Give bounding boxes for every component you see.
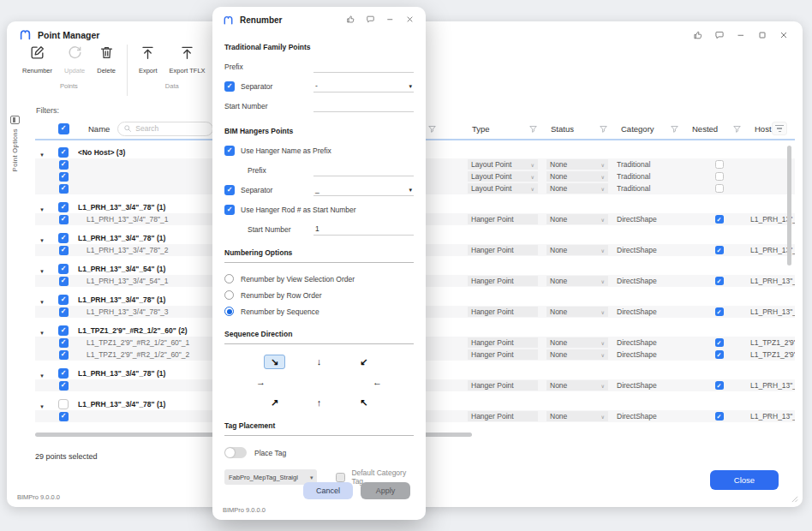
row-checkbox[interactable] (59, 215, 69, 224)
type-dropdown[interactable]: Hanger Point (468, 307, 538, 317)
row-checkbox[interactable] (59, 412, 69, 421)
nested-checkbox[interactable] (715, 184, 724, 193)
chevron-down-icon[interactable] (40, 230, 44, 246)
filter-menu-icon[interactable] (773, 122, 786, 134)
bim-prefix-input[interactable] (313, 164, 414, 176)
row-checkbox[interactable] (59, 246, 69, 255)
start-number-input[interactable] (313, 99, 414, 112)
group-checkbox[interactable] (58, 399, 69, 409)
type-dropdown[interactable]: Hanger Point (468, 380, 538, 391)
column-header-type[interactable]: Type (468, 124, 546, 134)
chevron-down-icon[interactable] (40, 145, 44, 160)
type-dropdown[interactable]: Hanger Point (468, 276, 538, 286)
arrow-up-right[interactable]: ↗ (271, 397, 278, 409)
status-dropdown[interactable]: None (546, 183, 608, 194)
row-checkbox[interactable] (59, 172, 69, 182)
nested-checkbox[interactable] (715, 277, 724, 285)
search-input[interactable] (135, 124, 207, 133)
row-checkbox[interactable] (59, 350, 69, 360)
nested-checkbox[interactable] (715, 160, 724, 169)
chevron-down-icon[interactable] (40, 292, 44, 307)
row-checkbox[interactable] (59, 160, 69, 170)
renumber-button[interactable]: Renumber (17, 45, 57, 75)
status-dropdown[interactable]: None (546, 171, 608, 182)
export-tflx-button[interactable]: Export TFLX (164, 45, 211, 75)
minimize-icon[interactable] (736, 30, 746, 40)
status-dropdown[interactable]: None (546, 349, 608, 360)
group-checkbox[interactable] (58, 325, 69, 336)
nested-checkbox[interactable] (715, 172, 724, 181)
group-checkbox[interactable] (58, 147, 69, 158)
column-header-category[interactable]: Category (617, 124, 688, 134)
nested-checkbox[interactable] (715, 412, 724, 421)
arrow-left[interactable]: ← (373, 376, 382, 389)
row-checkbox[interactable] (59, 277, 69, 286)
type-dropdown[interactable]: Layout Point (468, 183, 538, 194)
group-checkbox[interactable] (58, 264, 69, 274)
arrow-down-left[interactable]: ↙ (360, 355, 367, 368)
search-box[interactable] (117, 122, 213, 136)
place-tag-toggle[interactable] (224, 447, 247, 458)
point-options-tab[interactable]: Point Options (10, 116, 20, 171)
row-checkbox[interactable] (59, 338, 69, 348)
apply-button[interactable]: Apply (361, 482, 410, 499)
separator-dropdown[interactable]: - (313, 80, 414, 92)
type-dropdown[interactable]: Hanger Point (468, 214, 538, 224)
cancel-button[interactable]: Cancel (303, 482, 353, 499)
type-dropdown[interactable]: Hanger Point (468, 349, 538, 360)
thumbs-up-icon[interactable] (693, 30, 703, 40)
select-all-checkbox[interactable] (58, 123, 69, 134)
row-checkbox[interactable] (59, 307, 69, 317)
nested-checkbox[interactable] (715, 381, 724, 390)
prefix-input[interactable] (313, 60, 414, 73)
close-icon[interactable] (779, 30, 789, 40)
export-button[interactable]: Export (134, 45, 163, 75)
nested-checkbox[interactable] (715, 215, 724, 224)
type-dropdown[interactable]: Hanger Point (468, 245, 538, 255)
arrow-up-left[interactable]: ↖ (360, 397, 367, 409)
row-checkbox[interactable] (59, 381, 69, 391)
row-checkbox[interactable] (59, 184, 69, 194)
use-hanger-rod-checkbox[interactable] (224, 205, 235, 215)
filter-icon[interactable] (599, 124, 608, 134)
column-header-nested[interactable]: Nested (688, 124, 750, 134)
status-dropdown[interactable]: None (546, 159, 608, 170)
filter-icon[interactable] (427, 124, 437, 134)
arrow-down[interactable]: ↓ (317, 355, 322, 368)
type-dropdown[interactable]: Layout Point (468, 171, 538, 182)
maximize-icon[interactable] (757, 30, 767, 40)
bim-separator-dropdown[interactable]: _ (313, 183, 414, 196)
arrow-up[interactable]: ↑ (317, 397, 322, 409)
nested-checkbox[interactable] (715, 350, 724, 359)
bim-separator-checkbox[interactable] (224, 185, 235, 195)
chevron-down-icon[interactable] (40, 366, 44, 381)
chevron-down-icon[interactable] (40, 200, 44, 215)
group-checkbox[interactable] (58, 202, 69, 212)
radio-button[interactable] (224, 274, 234, 283)
thumbs-up-icon[interactable] (346, 15, 355, 24)
radio-option[interactable]: Renumber by View Selection Order (224, 271, 414, 287)
status-dropdown[interactable]: None (546, 411, 608, 421)
radio-button[interactable] (224, 290, 234, 300)
bim-start-number-input[interactable]: 1 (313, 223, 414, 236)
minimize-icon[interactable] (385, 15, 395, 24)
nested-checkbox[interactable] (715, 307, 724, 316)
arrow-right[interactable]: → (256, 376, 266, 389)
arrow-down-right[interactable]: ↘ (264, 355, 285, 369)
default-category-tag-checkbox[interactable] (336, 473, 345, 482)
group-checkbox[interactable] (58, 368, 69, 379)
close-button[interactable]: Close (710, 470, 779, 490)
chevron-down-icon[interactable] (40, 397, 44, 412)
type-dropdown[interactable]: Hanger Point (468, 411, 538, 421)
filter-icon[interactable] (670, 124, 679, 134)
group-checkbox[interactable] (58, 233, 69, 243)
nested-checkbox[interactable] (715, 246, 724, 254)
vertical-scrollbar[interactable] (787, 146, 791, 266)
radio-button[interactable] (224, 307, 234, 316)
feedback-comment-icon[interactable] (714, 30, 725, 40)
separator-checkbox[interactable] (224, 81, 235, 92)
radio-option[interactable]: Renumber by Row Order (224, 287, 414, 303)
column-header-status[interactable]: Status (546, 124, 617, 134)
group-checkbox[interactable] (58, 295, 69, 305)
filter-icon[interactable] (732, 124, 742, 134)
